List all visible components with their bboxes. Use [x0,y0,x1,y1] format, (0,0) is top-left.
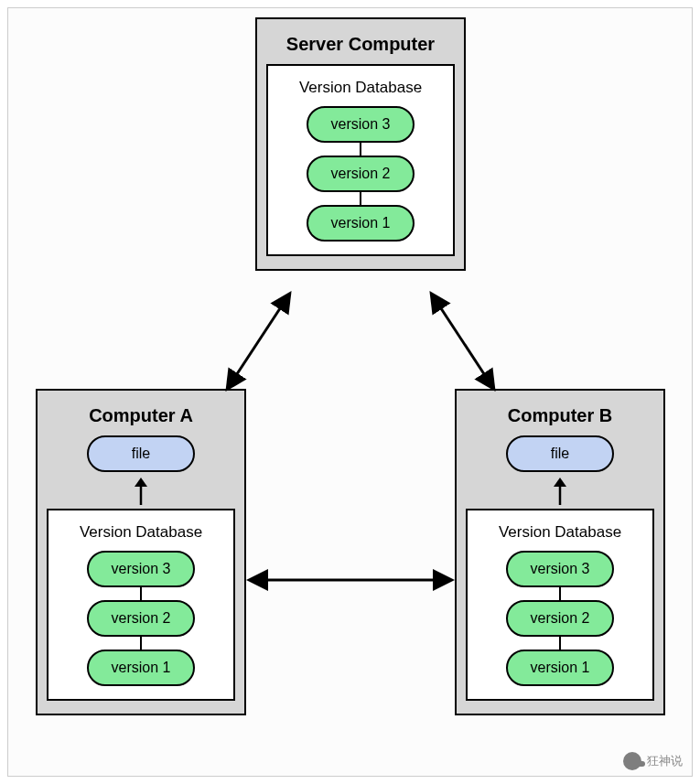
diagram-border: Server Computer Version Database version… [7,7,693,777]
arrow-server-to-a [232,300,285,382]
watermark: 狂神说 [623,752,683,770]
computer-b-version-database: Version Database version 3 version 2 ver… [466,509,654,701]
computer-a-version-3: version 3 [87,551,195,587]
connector [140,637,143,650]
computer-b-version-3: version 3 [506,551,614,587]
computer-b-box: Computer B file Version Database version… [455,389,665,715]
computer-a-file-wrap: file [47,435,235,505]
diagram-canvas: Server Computer Version Database version… [0,0,700,784]
server-version-3: version 3 [307,106,415,143]
computer-b-version-1: version 1 [506,650,614,686]
computer-a-title: Computer A [47,405,235,426]
computer-a-version-1: version 1 [87,650,195,686]
computer-a-version-database: Version Database version 3 version 2 ver… [47,509,235,701]
computer-b-vdb-title: Version Database [479,523,641,542]
connector [360,192,362,205]
arrow-up-icon [135,478,147,505]
watermark-text: 狂神说 [647,753,683,769]
computer-b-title: Computer B [466,405,654,426]
computer-a-file: file [87,435,195,472]
server-computer-box: Server Computer Version Database version… [255,17,466,271]
computer-b-file: file [506,435,614,472]
server-version-database: Version Database version 3 version 2 ver… [266,64,455,256]
server-version-2: version 2 [307,156,415,192]
arrow-up-icon [554,478,566,505]
computer-a-box: Computer A file Version Database version… [36,389,246,715]
svg-marker-3 [554,478,566,487]
computer-b-file-wrap: file [466,435,654,505]
server-vdb-title: Version Database [279,79,442,97]
svg-marker-1 [135,478,147,487]
server-version-1: version 1 [307,205,415,242]
server-title: Server Computer [266,34,455,55]
connector [559,587,562,600]
connector [559,637,562,650]
wechat-icon [623,752,641,770]
computer-a-vdb-title: Version Database [59,523,222,542]
connector [360,143,362,156]
computer-a-version-2: version 2 [87,600,195,637]
computer-b-version-2: version 2 [506,600,614,637]
connector [140,587,143,600]
arrow-server-to-b [436,300,490,382]
